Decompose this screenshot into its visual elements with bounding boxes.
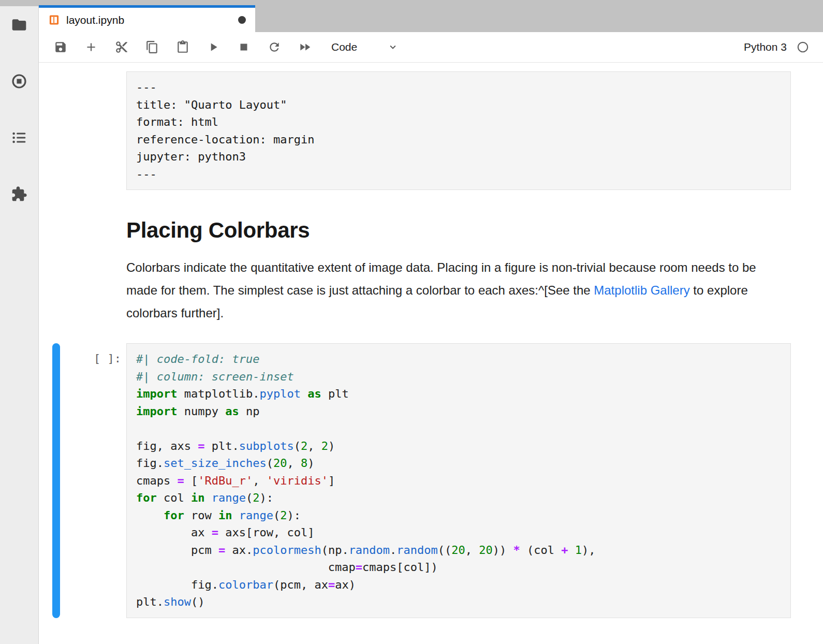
folder-icon — [11, 17, 27, 33]
interrupt-button[interactable] — [232, 36, 255, 58]
cell-type-select[interactable]: Code — [331, 41, 399, 53]
execution-prompt: [ ]: — [39, 350, 121, 368]
stop-icon — [237, 40, 251, 54]
sidebar-item-file-browser[interactable] — [9, 16, 30, 34]
code-editor[interactable]: #| code-fold: true#| column: screen-inse… — [136, 350, 781, 611]
table-of-contents-icon — [11, 129, 27, 146]
tab-title: layout.ipynb — [66, 14, 124, 26]
extensions-puzzle-icon — [11, 186, 27, 202]
copy-button[interactable] — [141, 36, 164, 58]
chevron-down-icon — [387, 41, 399, 53]
cut-button[interactable] — [110, 36, 133, 58]
code-cell-collapser[interactable] — [52, 343, 60, 618]
kernel-indicator: Python 3 — [744, 40, 810, 54]
play-icon — [207, 40, 220, 54]
notebook-toolbar: Code Python 3 — [39, 32, 823, 63]
kernel-status-icon[interactable] — [796, 40, 810, 54]
scissors-icon — [115, 40, 128, 54]
save-icon — [54, 40, 67, 54]
insert-cell-button[interactable] — [80, 36, 102, 58]
code-cell: [ ]: #| code-fold: true#| column: screen… — [39, 343, 791, 618]
raw-cell-source[interactable]: --- title: "Quarto Layout" format: html … — [136, 79, 781, 183]
matplotlib-gallery-link[interactable]: Matplotlib Gallery — [594, 283, 689, 297]
clipboard-icon — [176, 40, 189, 54]
fast-forward-icon — [298, 40, 312, 54]
run-all-button[interactable] — [293, 36, 316, 58]
notebook-file-icon — [48, 14, 60, 26]
run-button[interactable] — [202, 36, 225, 58]
raw-cell: --- title: "Quarto Layout" format: html … — [39, 71, 791, 190]
plus-icon — [84, 40, 98, 54]
running-kernels-icon — [11, 73, 27, 90]
code-cell-box: #| code-fold: true#| column: screen-inse… — [126, 343, 791, 618]
sidebar-item-table-of-contents[interactable] — [9, 129, 30, 147]
raw-cell-box: --- title: "Quarto Layout" format: html … — [126, 71, 791, 190]
cell-type-value: Code — [331, 41, 357, 53]
tab-layout-ipynb[interactable]: layout.ipynb — [39, 5, 255, 32]
sidebar-item-extensions[interactable] — [9, 185, 30, 203]
left-sidebar — [0, 6, 39, 644]
kernel-name[interactable]: Python 3 — [744, 41, 787, 53]
save-button[interactable] — [49, 36, 72, 58]
markdown-heading: Placing Colorbars — [126, 218, 791, 243]
paste-button[interactable] — [171, 36, 194, 58]
unsaved-changes-indicator[interactable] — [238, 16, 246, 24]
restart-icon — [268, 40, 281, 54]
markdown-cell[interactable]: Placing Colorbars Colorbars indicate the… — [39, 218, 791, 325]
copy-icon — [145, 40, 159, 54]
markdown-paragraph: Colorbars indicate the quantitative exte… — [126, 256, 774, 325]
sidebar-item-running-kernels[interactable] — [9, 72, 30, 90]
notebook-panel: --- title: "Quarto Layout" format: html … — [39, 63, 823, 644]
restart-kernel-button[interactable] — [263, 36, 286, 58]
raw-cell-collapser[interactable] — [52, 71, 60, 190]
